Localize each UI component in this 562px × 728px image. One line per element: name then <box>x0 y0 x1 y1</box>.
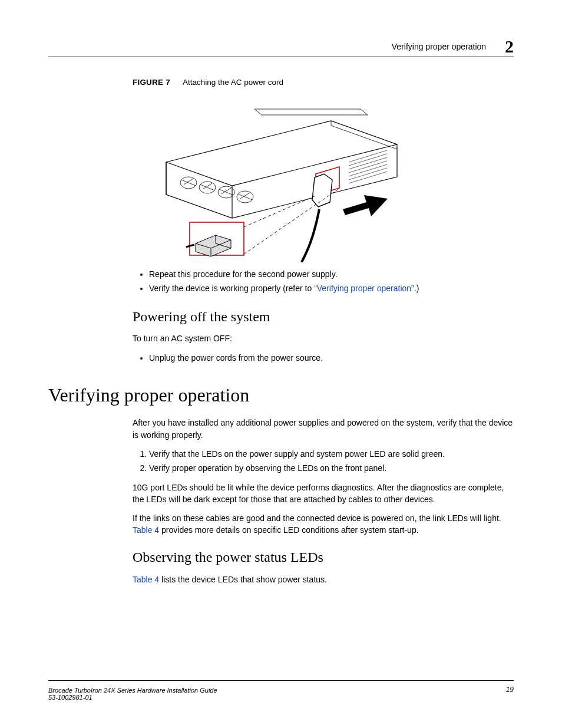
page-footer: Brocade TurboIron 24X Series Hardware In… <box>48 687 514 701</box>
figure-7-illustration <box>154 91 402 262</box>
verifying-para-2: If the links on these cables are good an… <box>133 512 514 536</box>
footer-doc-number: 53-1002981-01 <box>48 694 514 701</box>
verifying-steps-list: Verify that the LEDs on the power supply… <box>133 448 514 475</box>
running-title: Verifying proper operation <box>392 42 486 51</box>
observing-para-suffix: lists the device LEDs that show power st… <box>159 575 327 584</box>
post-figure-bullet-list: Repeat this procedure for the second pow… <box>133 268 514 295</box>
bullet-text: Repeat this procedure for the second pow… <box>149 269 338 279</box>
figure-caption: FIGURE 7 Attaching the AC power cord <box>133 78 514 87</box>
powering-off-heading: Powering off the system <box>133 307 514 327</box>
powering-off-intro: To turn an AC system OFF: <box>133 332 514 344</box>
step-item: Verify that the LEDs on the power supply… <box>149 448 514 460</box>
step-text: Verify proper operation by observing the… <box>149 463 386 473</box>
verifying-para-1: 10G port LEDs should be lit while the de… <box>133 482 514 506</box>
bullet-text-suffix: .) <box>414 284 419 293</box>
observing-para: Table 4 lists the device LEDs that show … <box>133 574 514 585</box>
step-text: Verify that the LEDs on the power supply… <box>149 449 445 459</box>
figure-caption-text: Attaching the AC power cord <box>183 78 283 87</box>
list-item: Unplug the power cords from the power so… <box>149 352 514 364</box>
footer-rule <box>48 680 514 681</box>
page-number: 19 <box>506 686 514 694</box>
para2-suffix: provides more details on specific LED co… <box>159 525 418 535</box>
step-item: Verify proper operation by observing the… <box>149 462 514 474</box>
chapter-number: 2 <box>505 37 514 57</box>
para2-prefix: If the links on these cables are good an… <box>133 513 501 523</box>
bullet-text-prefix: Verify the device is working properly (r… <box>149 284 314 293</box>
bullet-text: Unplug the power cords from the power so… <box>149 353 323 363</box>
list-item: Repeat this procedure for the second pow… <box>149 268 514 280</box>
powering-off-bullet-list: Unplug the power cords from the power so… <box>133 352 514 364</box>
header-rule <box>48 57 514 57</box>
table-4-link[interactable]: Table 4 <box>133 575 159 584</box>
footer-doc-title: Brocade TurboIron 24X Series Hardware In… <box>48 687 514 694</box>
table-4-link[interactable]: Table 4 <box>133 525 159 535</box>
list-item: Verify the device is working properly (r… <box>149 282 514 294</box>
running-header: Verifying proper operation 2 <box>392 37 514 57</box>
verifying-operation-heading: Verifying proper operation <box>48 381 514 409</box>
verifying-intro: After you have installed any additional … <box>133 417 514 441</box>
figure-label: FIGURE 7 <box>133 78 170 87</box>
verifying-operation-link[interactable]: “Verifying proper operation” <box>314 284 414 293</box>
observing-leds-heading: Observing the power status LEDs <box>133 547 514 568</box>
